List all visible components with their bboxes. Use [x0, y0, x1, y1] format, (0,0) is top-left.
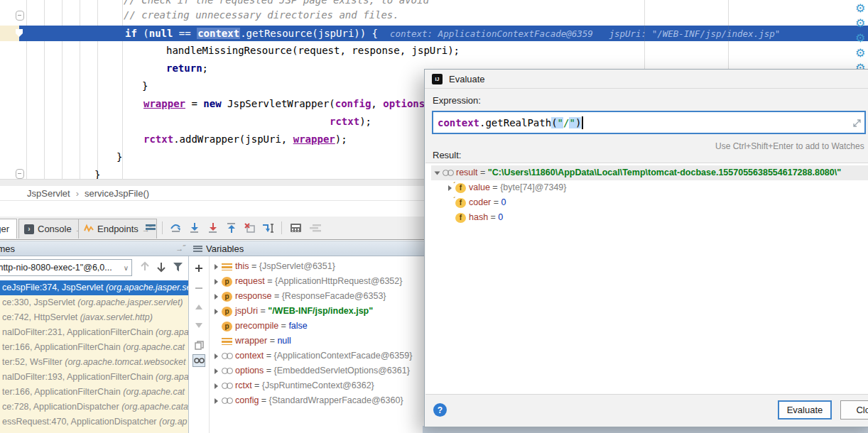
expand-input-icon[interactable]	[853, 118, 861, 129]
result-row[interactable]: fhash = 0	[444, 210, 503, 225]
variable-row[interactable]: pjspUri = "/WEB-INF/jsp/index.jsp"	[210, 304, 373, 319]
tree-chevron-icon[interactable]	[210, 264, 222, 270]
code-line: // Check if the requested JSP page exist…	[124, 0, 429, 7]
variable-row[interactable]: context = {ApplicationContextFacade@6359…	[210, 349, 412, 363]
dialog-titlebar[interactable]: IJ Evaluate	[425, 70, 868, 89]
variable-row[interactable]: pprecompile = false	[210, 319, 308, 334]
code-line: }	[142, 79, 148, 93]
tree-chevron-icon[interactable]	[210, 383, 222, 389]
variables-menu-icon[interactable]	[193, 246, 202, 252]
code-line: rctxt);	[330, 114, 371, 128]
thread-selector-value: "http-nio-8080-exec-1"@6,0...	[0, 263, 112, 273]
gear-icon[interactable]: ⚙	[855, 18, 865, 29]
chevron-down-icon: ∨	[124, 264, 129, 272]
variable-row[interactable]: this = {JspServlet@6351}	[210, 259, 335, 274]
stack-frame-row[interactable]: ward:395, ApplicationDispatcher (org.apa…	[0, 429, 189, 433]
frames-header-label: Frames	[0, 243, 15, 254]
copy-icon[interactable]	[192, 339, 205, 351]
variable-row[interactable]: prequest = {ApplicationHttpRequest@6352}	[210, 274, 402, 289]
close-button[interactable]: Close	[840, 400, 868, 420]
tree-chevron-icon[interactable]	[210, 309, 222, 314]
stack-frame-row[interactable]: ter:166, ApplicationFilterChain (org.apa…	[0, 385, 189, 400]
code-line: rctxt.addWrapper(jspUri, wrapper);	[143, 132, 347, 146]
stack-frame-row[interactable]: ce:330, JspServlet (org.apache.jasper.se…	[0, 295, 189, 310]
tab-console-label: Console	[38, 224, 72, 234]
stack-frame-row[interactable]: ter:52, WsFilter (org.apache.tomcat.webs…	[0, 355, 189, 370]
code-line: }	[94, 168, 100, 179]
gear-icon[interactable]: ⚙	[855, 33, 865, 44]
tree-chevron-icon[interactable]	[210, 279, 222, 285]
variable-row[interactable]: presponse = {ResponseFacade@6353}	[210, 289, 386, 304]
watch-glasses-icon	[222, 366, 232, 376]
fold-marker[interactable]	[16, 11, 24, 21]
parameter-icon: p	[222, 277, 232, 287]
variable-row[interactable]: wrapper = null	[210, 334, 291, 349]
frame-down-icon[interactable]	[156, 261, 167, 275]
watches-toolbar	[189, 256, 210, 433]
layout-settings-icon[interactable]	[143, 221, 158, 234]
expression-input[interactable]: context.getRealPath("/")	[432, 111, 866, 134]
result-row[interactable]: result = "C:\Users\11860\AppData\Local\T…	[431, 165, 868, 180]
step-into-icon[interactable]	[188, 221, 202, 234]
show-watches-icon[interactable]	[192, 354, 205, 367]
step-over-icon[interactable]	[169, 221, 183, 234]
code-line: if (null == context.getResource(jspUri))…	[125, 26, 780, 40]
remove-watch-icon[interactable]	[192, 282, 205, 295]
tree-chevron-icon[interactable]	[210, 368, 222, 374]
field-icon: f	[455, 213, 466, 223]
tab-debugger-label: Debugger	[0, 224, 9, 234]
drop-frame-icon[interactable]	[243, 221, 257, 234]
code-line: // creating unnecessary directories and …	[124, 8, 399, 22]
step-out-icon[interactable]	[224, 221, 239, 234]
watch-glasses-icon	[222, 351, 232, 361]
stack-frame-row[interactable]: nalDoFilter:231, ApplicationFilterChain …	[0, 325, 189, 340]
tree-chevron-icon[interactable]	[210, 398, 222, 404]
force-step-into-icon[interactable]	[206, 221, 220, 234]
tree-chevron-icon[interactable]	[210, 353, 222, 359]
local-variable-icon	[222, 338, 232, 345]
frames-panel: "http-nio-8080-exec-1"@6,0... ∨ ceJspFil…	[0, 256, 189, 433]
code-line: handleMissingResource(request, response,…	[166, 43, 460, 57]
stack-frame-row[interactable]: ceJspFile:374, JspServlet (org.apache.ja…	[0, 280, 189, 295]
fold-marker[interactable]	[16, 169, 24, 179]
console-icon: ›	[24, 224, 34, 234]
parameter-icon: p	[222, 307, 232, 317]
breadcrumb-method[interactable]: serviceJspFile()	[85, 188, 149, 199]
frames-panel-header: Frames →˝	[0, 241, 189, 256]
toolbar-separator	[162, 221, 163, 234]
parameter-icon: p	[222, 292, 232, 302]
stack-frame-row[interactable]: ter:166, ApplicationFilterChain (org.apa…	[0, 340, 189, 355]
result-row[interactable]: fcoder = 0	[444, 195, 506, 210]
variable-row[interactable]: rctxt = {JspRuntimeContext@6362}	[210, 378, 374, 393]
frame-up-icon[interactable]	[139, 261, 151, 275]
tree-chevron-icon[interactable]	[431, 170, 443, 176]
tree-chevron-icon[interactable]	[210, 294, 222, 300]
add-watch-icon[interactable]	[192, 262, 205, 275]
intellij-logo-icon: IJ	[432, 74, 443, 84]
pin-icon[interactable]: →˝	[175, 244, 185, 253]
result-row[interactable]: fvalue = {byte[74]@7349}	[444, 180, 566, 195]
stack-frame-row[interactable]: ce:728, ApplicationDispatcher (org.apach…	[0, 400, 189, 415]
filter-icon[interactable]	[173, 262, 183, 274]
variable-row[interactable]: config = {StandardWrapperFacade@6360}	[210, 393, 403, 408]
thread-selector[interactable]: "http-nio-8080-exec-1"@6,0... ∨	[0, 259, 132, 276]
gear-icon[interactable]: ⚙	[855, 48, 865, 59]
final-field-icon: f	[455, 183, 466, 193]
evaluate-button[interactable]: Evaluate	[778, 400, 832, 420]
watch-glasses-icon	[443, 168, 453, 178]
variable-row[interactable]: options = {EmbeddedServletOptions@6361}	[210, 363, 410, 378]
evaluate-expression-icon[interactable]	[288, 221, 303, 234]
move-down-icon[interactable]	[192, 319, 205, 331]
breadcrumb-class[interactable]: JspServlet	[27, 188, 70, 199]
stack-frame-row[interactable]: ce:742, HttpServlet (javax.servlet.http)	[0, 310, 189, 325]
help-icon[interactable]: ?	[433, 403, 447, 417]
stack-frame-row[interactable]: essRequest:470, ApplicationDispatcher (o…	[0, 415, 189, 429]
trace-disabled-icon	[308, 221, 322, 234]
move-up-icon[interactable]	[192, 300, 205, 313]
stack-frame-row[interactable]: nalDoFilter:193, ApplicationFilterChain …	[0, 370, 189, 385]
tab-debugger[interactable]: Debugger	[0, 219, 17, 239]
code-line: }	[116, 150, 122, 164]
run-to-cursor-icon[interactable]	[261, 221, 276, 234]
evaluate-dialog: IJ Evaluate Expression: context.getRealP…	[424, 69, 868, 427]
gear-icon[interactable]: ⚙	[855, 3, 865, 14]
